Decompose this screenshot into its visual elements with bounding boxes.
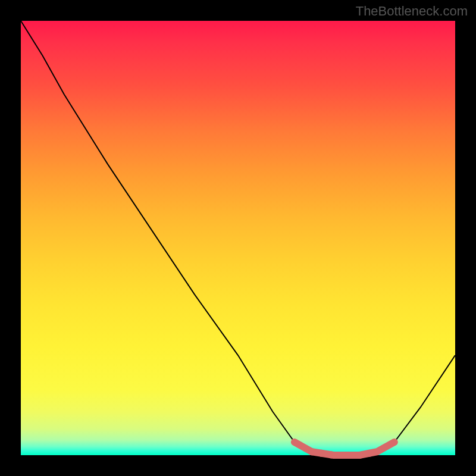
- chart-plot-area: [21, 21, 455, 455]
- curve-line: [21, 21, 455, 455]
- bottleneck-curve: [21, 21, 455, 455]
- watermark-text: TheBottleneck.com: [356, 4, 468, 19]
